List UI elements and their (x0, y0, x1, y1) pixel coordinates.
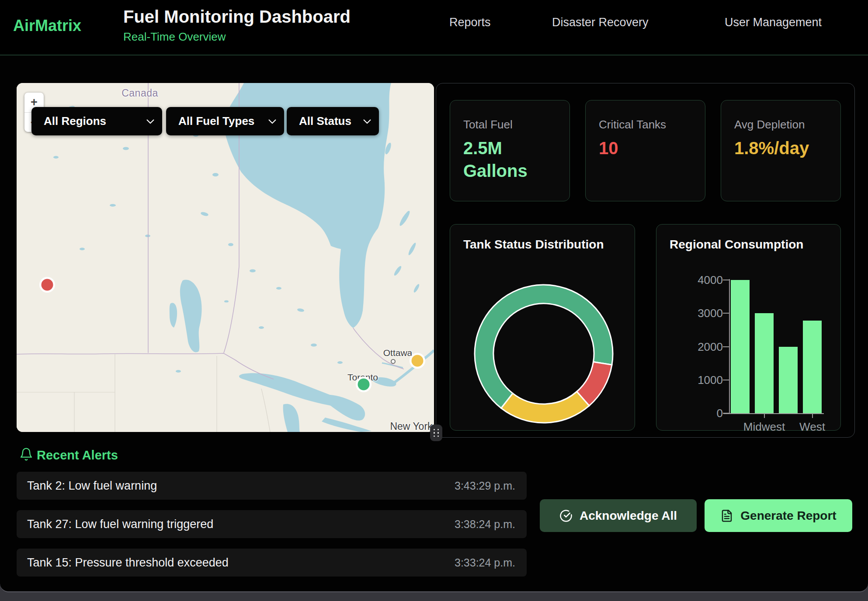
status-filter-dropdown[interactable]: All Status (287, 107, 379, 135)
file-text-icon (720, 509, 733, 522)
map-city-label-new-york: New York (385, 421, 434, 432)
y-axis-tick (723, 346, 729, 347)
title-block: Fuel Monitoring Dashboard Real-Time Over… (123, 7, 351, 44)
alert-message: Tank 2: Low fuel warning (27, 479, 157, 493)
check-circle-icon (559, 509, 573, 522)
stat-label: Critical Tanks (599, 118, 692, 131)
chevron-down-icon (363, 119, 371, 124)
nav-reports[interactable]: Reports (449, 16, 491, 29)
y-axis-tick (723, 380, 729, 380)
consumption-bar (779, 347, 798, 414)
chevron-down-icon (268, 119, 276, 124)
resize-grip-icon[interactable] (430, 425, 442, 441)
tank-marker-normal[interactable] (358, 379, 370, 390)
page-title: Fuel Monitoring Dashboard (123, 7, 351, 27)
fuel-map[interactable]: Canada Ottawa Toronto New York + − All R… (17, 83, 434, 432)
fuel-type-filter-value: All Fuel Types (178, 114, 254, 128)
tank-marker-critical[interactable] (42, 279, 53, 291)
dashboard-screen: AirMatrix Fuel Monitoring Dashboard Real… (0, 0, 868, 601)
y-axis-label: 4000 (694, 273, 723, 287)
regional-consumption-bar-chart: 01000200030004000MidwestWest (656, 225, 841, 431)
acknowledge-all-button[interactable]: Acknowledge All (540, 499, 697, 532)
y-axis-label: 2000 (694, 340, 723, 354)
y-axis-tick (723, 280, 729, 280)
y-axis-line (729, 279, 730, 414)
y-axis-label: 1000 (694, 373, 723, 387)
tank-status-donut-chart (470, 280, 617, 427)
stat-value: 2.5M Gallons (463, 137, 557, 182)
stat-card-avg-depletion: Avg Depletion 1.8%/​day (721, 100, 841, 201)
y-axis-tick (723, 313, 729, 314)
chevron-down-icon (146, 119, 154, 124)
stat-card-total-fuel: Total Fuel 2.5M Gallons (450, 100, 570, 201)
acknowledge-all-label: Acknowledge All (580, 509, 677, 523)
nav-user-management[interactable]: User Management (725, 16, 822, 29)
region-filter-value: All Regions (44, 114, 106, 128)
y-axis-tick (723, 413, 729, 414)
x-axis-tick (812, 414, 813, 418)
y-axis-label: 0 (694, 407, 723, 420)
alert-row[interactable]: Tank 2: Low fuel warning 3:43:29 p.m. (17, 472, 527, 500)
stat-label: Avg Depletion (734, 118, 827, 131)
alert-message: Tank 27: Low fuel warning triggered (27, 518, 213, 531)
donut-slice-warning (501, 392, 589, 423)
alert-timestamp: 3:38:24 p.m. (455, 518, 515, 531)
generate-report-label: Generate Report (740, 509, 836, 523)
x-axis-tick (764, 414, 765, 418)
tank-marker-warning[interactable] (412, 355, 424, 367)
tank-status-distribution-card: Tank Status Distribution (450, 224, 635, 431)
fuel-type-filter-dropdown[interactable]: All Fuel Types (166, 107, 284, 135)
consumption-bar (803, 321, 822, 413)
app-window: AirMatrix Fuel Monitoring Dashboard Real… (0, 0, 868, 592)
alert-timestamp: 3:33:24 p.m. (455, 556, 515, 569)
chart-title: Tank Status Distribution (463, 238, 604, 252)
alert-row[interactable]: Tank 15: Pressure threshold exceeded 3:3… (17, 549, 527, 577)
map-country-label: Canada (117, 87, 163, 99)
consumption-bar (731, 280, 750, 413)
x-axis-label: West (782, 420, 843, 434)
stat-value: 10 (599, 137, 692, 159)
y-axis-label: 3000 (694, 307, 723, 320)
consumption-bar (755, 313, 774, 413)
alert-row[interactable]: Tank 27: Low fuel warning triggered 3:38… (17, 510, 527, 538)
x-axis-line (723, 413, 824, 414)
regional-consumption-card: Regional Consumption 01000200030004000Mi… (656, 224, 841, 431)
stat-label: Total Fuel (463, 118, 556, 131)
generate-report-button[interactable]: Generate Report (705, 499, 852, 532)
alert-message: Tank 15: Pressure threshold exceeded (27, 556, 229, 570)
header: AirMatrix Fuel Monitoring Dashboard Real… (0, 0, 868, 55)
overview-panel: Total Fuel 2.5M Gallons Critical Tanks 1… (436, 83, 855, 438)
page-subtitle: Real-Time Overview (123, 30, 351, 44)
status-filter-value: All Status (299, 114, 351, 128)
bell-icon (19, 447, 33, 461)
alert-timestamp: 3:43:29 p.m. (455, 480, 515, 492)
ottawa-town-dot (391, 359, 396, 364)
alerts-heading: Recent Alerts (37, 448, 118, 463)
nav-disaster-recovery[interactable]: Disaster Recovery (552, 16, 649, 29)
stat-card-critical-tanks: Critical Tanks 10 (585, 100, 705, 201)
stat-value: 1.8%/​day (734, 137, 828, 159)
brand-logo: AirMatrix (13, 17, 81, 35)
region-filter-dropdown[interactable]: All Regions (31, 107, 162, 135)
